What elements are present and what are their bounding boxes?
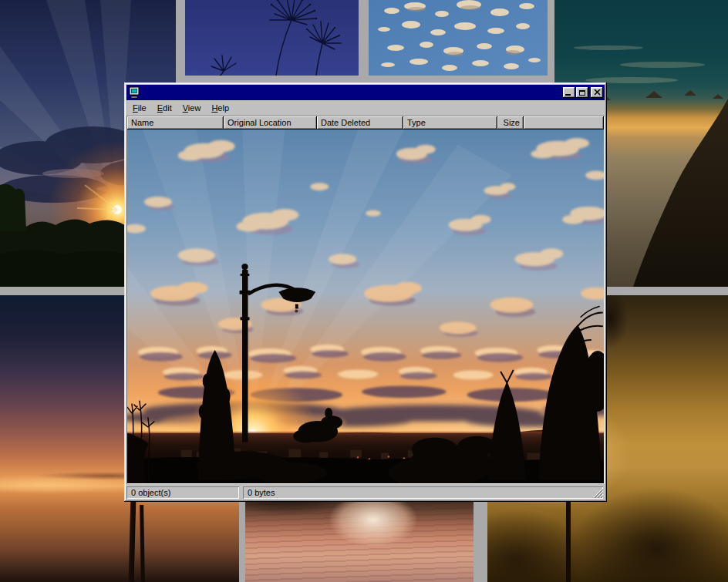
menu-file[interactable]: File [127, 102, 152, 114]
wooden-pole [140, 505, 145, 582]
dried-flowers-art [185, 0, 359, 76]
wooden-pole [129, 497, 136, 582]
cloud-flecks-art [369, 0, 548, 76]
column-header-name[interactable]: Name [127, 116, 224, 130]
column-header-row: Name Original Location Date Deleted Type… [127, 116, 604, 130]
maximize-button[interactable] [576, 87, 588, 98]
maximize-icon [579, 90, 585, 96]
wallpaper-cloud-flecks-photo [369, 0, 548, 76]
menu-edit[interactable]: Edit [152, 102, 177, 114]
status-object-count: 0 object(s) [126, 486, 239, 499]
column-header-date-deleted[interactable]: Date Deleted [317, 116, 403, 130]
menu-help[interactable]: Help [206, 102, 234, 114]
file-list-panel: Name Original Location Date Deleted Type… [126, 116, 605, 484]
menu-bar: File Edit View Help [126, 100, 605, 116]
close-button[interactable] [591, 87, 603, 98]
resize-grip-icon[interactable] [593, 488, 603, 498]
minimize-icon [565, 94, 571, 96]
recycle-bin-window: File Edit View Help Name Original Locati… [124, 82, 607, 502]
wallpaper-dried-flowers-photo [185, 0, 359, 76]
sunset-lamp-photo [127, 130, 604, 483]
column-header-size[interactable]: Size [497, 116, 524, 130]
column-header-type[interactable]: Type [403, 116, 497, 130]
computer-monitor-icon[interactable] [128, 86, 140, 99]
thin-pole [566, 496, 571, 582]
status-size: 0 bytes [243, 486, 603, 499]
column-header-original-location[interactable]: Original Location [224, 116, 317, 130]
menu-view[interactable]: View [177, 102, 207, 114]
file-list-area[interactable] [127, 130, 604, 483]
column-header-blank[interactable] [524, 116, 604, 130]
desktop: File Edit View Help Name Original Locati… [0, 0, 728, 582]
minimize-button[interactable] [563, 87, 575, 98]
title-bar[interactable] [126, 85, 605, 100]
close-icon [594, 89, 601, 96]
status-bar: 0 object(s) 0 bytes [126, 484, 605, 500]
